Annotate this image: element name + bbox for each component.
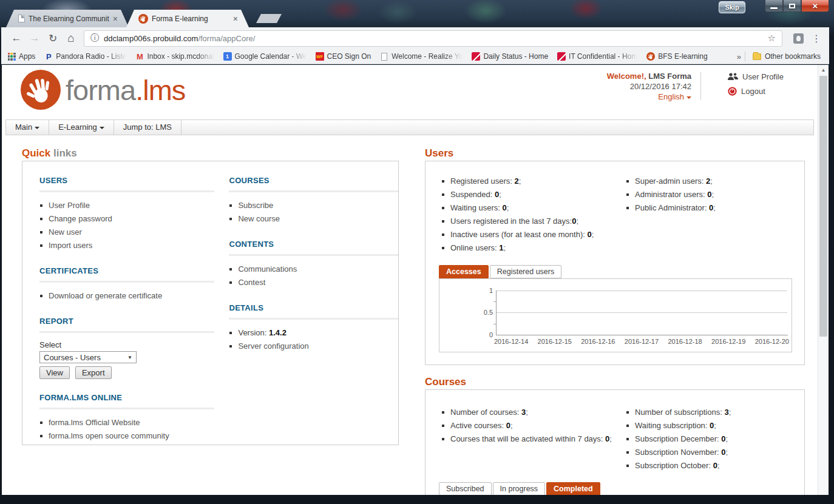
back-icon[interactable]: ← xyxy=(7,32,25,44)
section-heading: CERTIFICATES xyxy=(39,266,214,283)
bookmark-ceo-sign-on[interactable]: WF CEO Sign On xyxy=(316,52,371,61)
scrollbar-thumb[interactable] xyxy=(819,76,827,337)
nav-main[interactable]: Main xyxy=(6,120,49,135)
section-heading: USERS xyxy=(39,176,214,192)
minimize-button[interactable] xyxy=(765,0,783,12)
users-panel: Registered users: 2; Suspended: 0; Waiti… xyxy=(425,161,805,365)
stat-suffix: ; xyxy=(714,421,716,430)
new-tab-button[interactable] xyxy=(256,14,282,23)
browser-toolbar: ← → ↻ ⌂ ⓘ ddclamp006s.probuild.com /form… xyxy=(1,27,829,49)
stat-item: Public Administrator: 0; xyxy=(626,201,796,215)
stat-suffix: ; xyxy=(526,408,528,417)
quick-link-certificate[interactable]: Download or generate certificate xyxy=(39,289,214,303)
apps-shortcut[interactable]: Apps xyxy=(7,52,35,61)
stat-value: 0 xyxy=(506,421,510,430)
quick-link-communications[interactable]: Communications xyxy=(229,263,398,276)
stat-value: 0 xyxy=(713,461,717,470)
other-bookmarks-label: Other bookmarks xyxy=(765,52,821,61)
user-profile-link[interactable]: User Profile xyxy=(728,72,784,81)
nav-label: E-Learning xyxy=(58,123,97,132)
extension-icon[interactable] xyxy=(793,33,804,44)
forward-icon[interactable]: → xyxy=(25,32,44,44)
language-selector[interactable]: English xyxy=(607,92,691,102)
export-button[interactable]: Export xyxy=(75,366,112,379)
bookmark-bfs-elearning[interactable]: BFS E-learning xyxy=(646,52,707,61)
stat-label: Active courses: xyxy=(450,421,506,430)
quick-links-title: Quick links xyxy=(22,147,77,160)
url-path: /forma/appCore/ xyxy=(198,34,255,43)
stat-suffix: ; xyxy=(726,434,728,443)
tab-subscribed[interactable]: Subscribed xyxy=(439,482,492,495)
gridline xyxy=(496,291,787,291)
stat-item: Administrator users: 0; xyxy=(626,188,796,201)
stat-item: Courses that will be activated within 7 … xyxy=(441,432,617,446)
datetime: 20/12/2016 17:42 xyxy=(607,81,691,92)
close-window-button[interactable]: × xyxy=(801,0,829,12)
section-heading: FORMA.LMS ONLINE xyxy=(39,393,214,409)
bookmark-label: Google Calendar - We xyxy=(235,52,307,61)
bookmark-welcome[interactable]: Welcome - Realize Yo xyxy=(380,52,463,61)
info-icon[interactable]: ⓘ xyxy=(90,33,99,44)
pandora-icon: P xyxy=(44,52,53,61)
forma-lms-logo[interactable]: forma.lms xyxy=(21,70,185,110)
quick-link-new-user[interactable]: New user xyxy=(39,226,214,239)
wf-icon: WF xyxy=(316,52,324,61)
bookmark-label: Inbox - skip.mcdonal xyxy=(147,52,214,61)
tab-in-progress[interactable]: In progress xyxy=(493,482,546,495)
bookmarks-bar: Apps P Pandora Radio - Liste M Inbox - s… xyxy=(1,49,829,64)
sharepoint-icon xyxy=(557,52,566,61)
stat-label: Inactive users (for at least one month): xyxy=(450,230,587,239)
users-panel-title: Users xyxy=(425,147,453,160)
browser-menu-icon[interactable]: ⋮ xyxy=(810,33,823,44)
bookmark-star-icon[interactable]: ☆ xyxy=(768,33,776,44)
stat-suffix: ; xyxy=(609,434,612,443)
stat-item: Waiting subscription: 0; xyxy=(626,419,796,432)
tab-forma-elearning[interactable]: Forma E-learning × xyxy=(126,10,249,27)
nav-label: Jump to: LMS xyxy=(123,123,172,132)
tab-close-icon[interactable]: × xyxy=(113,14,118,24)
tab-elearning-community[interactable]: The Elearning Communit × xyxy=(6,10,129,27)
stat-label: Super-admin users: xyxy=(635,176,706,186)
quick-link-user-profile[interactable]: User Profile xyxy=(39,199,214,212)
quick-links-panel: USERS User Profile Change password New u… xyxy=(22,161,399,445)
bookmark-inbox[interactable]: M Inbox - skip.mcdonal xyxy=(135,52,214,61)
refresh-icon[interactable]: ↻ xyxy=(44,32,62,45)
quick-link-official-website[interactable]: forma.lms Official Website xyxy=(39,416,214,429)
quick-link-new-course[interactable]: New course xyxy=(229,212,398,226)
bookmarks-overflow-icon[interactable]: » xyxy=(737,52,741,61)
bookmark-it-confidential[interactable]: IT Confidential - Hom xyxy=(557,52,637,61)
quick-link-change-password[interactable]: Change password xyxy=(39,212,214,226)
section-heading: COURSES xyxy=(229,176,398,192)
stat-item: Online users: 1; xyxy=(441,241,621,255)
tab-close-icon[interactable]: × xyxy=(233,14,238,24)
address-bar[interactable]: ⓘ ddclamp006s.probuild.com /forma/appCor… xyxy=(84,30,782,47)
home-icon[interactable]: ⌂ xyxy=(62,32,80,45)
quick-link-subscribe[interactable]: Subscribe xyxy=(229,199,398,212)
window-close-icon: × xyxy=(813,1,818,12)
page-scrollbar[interactable]: ▲ xyxy=(818,65,829,495)
quick-link-server-configuration[interactable]: Server configuration xyxy=(229,340,398,353)
stat-suffix: ; xyxy=(499,190,501,199)
quick-link-import-users[interactable]: Import users xyxy=(39,239,214,252)
stat-item: Inactive users (for at least one month):… xyxy=(441,228,621,241)
scrollbar-up-icon[interactable]: ▲ xyxy=(818,65,829,75)
maximize-button[interactable] xyxy=(783,0,801,12)
nav-elearning[interactable]: E-Learning xyxy=(49,120,114,135)
report-select[interactable]: Courses - Users ▼ xyxy=(39,351,137,363)
tab-accesses[interactable]: Accesses xyxy=(439,265,489,278)
other-bookmarks-button[interactable]: Other bookmarks xyxy=(753,52,821,61)
bookmark-daily-status[interactable]: Daily Status - Home xyxy=(472,52,548,61)
tab-registered-users[interactable]: Registered users xyxy=(490,265,562,278)
skip-button[interactable]: Skip xyxy=(719,1,745,13)
section-certificates: CERTIFICATES Download or generate certif… xyxy=(39,266,214,303)
quick-link-contest[interactable]: Contest xyxy=(229,276,398,289)
quick-link-community[interactable]: forma.lms open source community xyxy=(39,429,214,443)
view-button[interactable]: View xyxy=(39,366,70,379)
bookmark-pandora[interactable]: P Pandora Radio - Liste xyxy=(44,52,126,61)
bookmark-calendar[interactable]: 1 Google Calendar - We xyxy=(223,52,307,61)
nav-jump-to-lms[interactable]: Jump to: LMS xyxy=(114,120,181,135)
logout-link[interactable]: Logout xyxy=(728,87,784,96)
stat-label: Waiting subscription: xyxy=(635,421,710,430)
stat-suffix: ; xyxy=(726,448,728,457)
tab-completed[interactable]: Completed xyxy=(546,482,600,495)
